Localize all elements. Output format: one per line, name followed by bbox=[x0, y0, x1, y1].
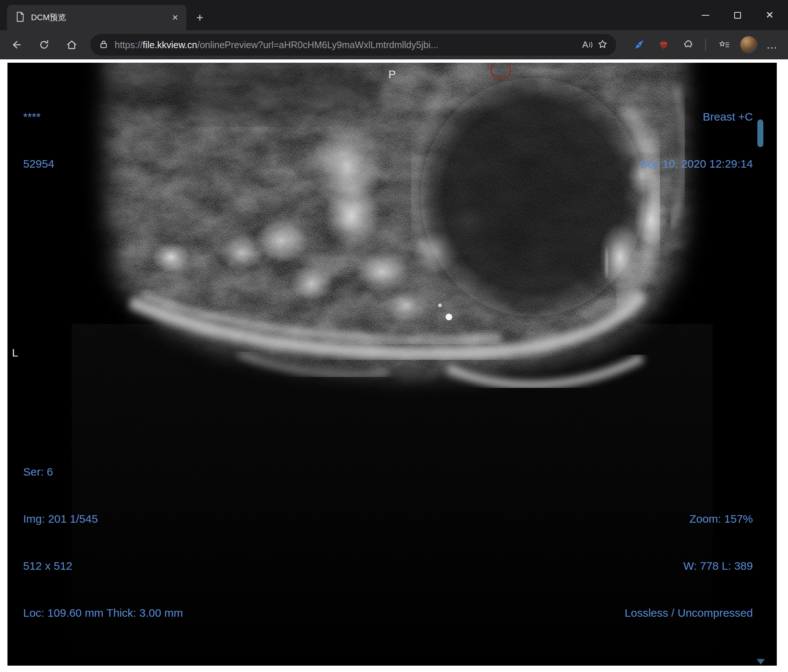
tab-title: DCM预览 bbox=[31, 12, 168, 23]
patient-id-masked: **** bbox=[23, 109, 54, 125]
close-button[interactable]: ✕ bbox=[754, 0, 786, 30]
address-bar[interactable]: https://file.kkview.cn/onlinePreview?url… bbox=[91, 34, 616, 55]
navigation-bar: https://file.kkview.cn/onlinePreview?url… bbox=[0, 30, 788, 59]
overlay-top-left: **** 52954 bbox=[23, 78, 54, 203]
blue-feather-icon bbox=[634, 39, 645, 51]
slice-location: Loc: 109.60 mm Thick: 3.00 mm bbox=[23, 605, 183, 621]
window-level: W: 778 L: 389 bbox=[625, 558, 753, 574]
favorites-hub-button[interactable] bbox=[715, 35, 734, 54]
zoom-level: Zoom: 157% bbox=[625, 511, 753, 527]
extensions-button[interactable] bbox=[678, 35, 697, 54]
page-favicon-icon bbox=[15, 11, 25, 24]
toolbar-extensions: … bbox=[625, 35, 781, 54]
browser-tab[interactable]: DCM预览 × bbox=[7, 5, 186, 30]
read-aloud-button[interactable]: A bbox=[582, 40, 593, 50]
profile-avatar[interactable] bbox=[740, 36, 757, 53]
page-content: **** 52954 P Breast +C Sep 10, 2020 12:2… bbox=[0, 59, 788, 672]
extension-shield-button[interactable] bbox=[654, 35, 673, 54]
tab-bar: DCM预览 × + ✕ bbox=[0, 0, 788, 30]
read-aloud-waves-icon bbox=[588, 40, 593, 49]
overlay-bottom-left: Ser: 6 Img: 201 1/545 512 x 512 Loc: 109… bbox=[23, 433, 183, 652]
url-path: /onlinePreview?url=aHR0cHM6Ly9maWxlLmtrd… bbox=[197, 40, 438, 50]
study-description: Breast +C bbox=[639, 109, 753, 125]
study-datetime: Sep 10, 2020 12:29:14 bbox=[639, 156, 753, 172]
slice-scrollbar-thumb[interactable] bbox=[757, 119, 763, 147]
read-aloud-letter: A bbox=[582, 40, 588, 50]
overlay-top-right: Breast +C Sep 10, 2020 12:29:14 bbox=[639, 78, 753, 203]
slice-scrollbar-down-arrow-icon[interactable] bbox=[757, 659, 765, 664]
extension-blue-button[interactable] bbox=[631, 35, 649, 54]
toolbar-divider bbox=[705, 38, 706, 51]
image-matrix: 512 x 512 bbox=[23, 558, 183, 574]
orientation-marker-left: L bbox=[12, 345, 18, 361]
patient-number: 52954 bbox=[23, 156, 54, 172]
dicom-viewport[interactable]: **** 52954 P Breast +C Sep 10, 2020 12:2… bbox=[8, 63, 777, 666]
settings-more-button[interactable]: … bbox=[763, 35, 781, 54]
shield-icon bbox=[658, 40, 669, 50]
favorites-hub-icon bbox=[718, 40, 730, 50]
puzzle-icon bbox=[682, 40, 693, 50]
url-text: https://file.kkview.cn/onlinePreview?url… bbox=[114, 40, 578, 51]
window-controls: ✕ bbox=[690, 0, 786, 30]
home-button[interactable] bbox=[62, 35, 81, 54]
star-icon bbox=[597, 39, 608, 50]
refresh-button[interactable] bbox=[34, 35, 54, 54]
minimize-icon bbox=[702, 15, 709, 16]
minimize-button[interactable] bbox=[690, 0, 721, 30]
refresh-icon bbox=[38, 39, 50, 51]
image-number: Img: 201 1/545 bbox=[23, 511, 183, 527]
favorite-star-button[interactable] bbox=[597, 39, 608, 51]
maximize-button[interactable] bbox=[721, 0, 754, 30]
lock-icon[interactable] bbox=[98, 39, 109, 51]
compression-info: Lossless / Uncompressed bbox=[625, 605, 753, 621]
back-button[interactable] bbox=[7, 35, 26, 54]
back-arrow-icon bbox=[10, 38, 23, 51]
url-host: file.kkview.cn bbox=[143, 40, 197, 50]
url-scheme: https:// bbox=[114, 40, 143, 50]
overlay-bottom-right: Zoom: 157% W: 778 L: 389 Lossless / Unco… bbox=[625, 480, 753, 652]
home-icon bbox=[66, 39, 78, 51]
new-tab-button[interactable]: + bbox=[192, 10, 208, 26]
series-number: Ser: 6 bbox=[23, 464, 183, 480]
maximize-icon bbox=[734, 12, 741, 19]
tab-close-button[interactable]: × bbox=[168, 11, 182, 24]
